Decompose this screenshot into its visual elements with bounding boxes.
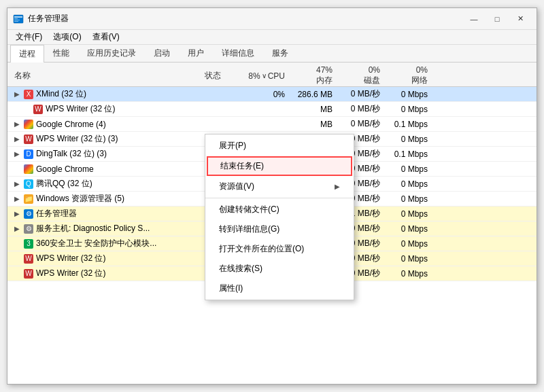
process-cpu — [241, 123, 289, 126]
process-disk: 0 MB/秒 — [337, 87, 384, 101]
content-area: 名称 状态 8% ∨ CPU 47%内存 0%磁盘 0%网络 ▶ — [7, 63, 537, 384]
title-bar: 任务管理器 — □ ✕ — [7, 8, 537, 30]
process-disk: 0 MB/秒 — [337, 117, 384, 131]
ctx-resource[interactable]: 资源值(V) ▶ — [205, 177, 354, 196]
tab-performance[interactable]: 性能 — [44, 44, 78, 62]
process-net: 0 Mbps — [384, 178, 432, 190]
col-cpu[interactable]: 8% ∨ CPU — [241, 69, 289, 84]
process-icon: Q — [24, 179, 33, 189]
process-cpu: 0% — [241, 88, 289, 101]
close-button[interactable]: ✕ — [509, 12, 531, 26]
process-icon: W — [24, 254, 33, 264]
process-status — [201, 93, 241, 96]
process-icon: X — [24, 90, 33, 99]
process-icon: W — [24, 269, 33, 279]
menu-bar: 文件(F) 选项(O) 查看(V) — [7, 30, 537, 45]
ctx-end-task[interactable]: 结束任务(E) — [207, 156, 352, 176]
maximize-button[interactable]: □ — [486, 12, 508, 26]
tab-users[interactable]: 用户 — [179, 44, 213, 62]
process-name: ▶ 3 360安全卫士 安全防护中心模块... — [10, 236, 201, 251]
process-name: ▶ Q 腾讯QQ (32 位) — [10, 177, 201, 191]
ctx-search-online[interactable]: 在线搜索(S) — [205, 259, 354, 279]
expand-icon[interactable]: ▶ — [14, 195, 24, 202]
process-name: ▶ X XMind (32 位) — [10, 87, 201, 101]
process-name: ▶ W WPS Writer (32 位) (3) — [10, 132, 201, 146]
process-name: ▶ W WPS Writer (32 位) — [10, 102, 201, 116]
process-name: ▶ Google Chrome — [10, 163, 201, 175]
tab-processes[interactable]: 进程 — [10, 45, 44, 63]
menu-view[interactable]: 查看(V) — [87, 30, 125, 44]
process-icon: ⚙ — [24, 224, 33, 234]
process-icon — [24, 120, 33, 129]
process-name: ▶ W WPS Writer (32 位) — [10, 266, 201, 281]
ctx-expand[interactable]: 展开(P) — [205, 136, 354, 156]
ctx-details[interactable]: 转到详细信息(G) — [205, 219, 354, 239]
process-net: 0 Mbps — [384, 88, 432, 101]
expand-icon[interactable]: ▶ — [14, 225, 24, 232]
process-name: ▶ W WPS Writer (32 位) — [10, 251, 201, 266]
expand-icon[interactable]: ▶ — [14, 150, 24, 158]
process-disk: 0 MB/秒 — [337, 102, 384, 116]
minimize-button[interactable]: — — [463, 12, 485, 26]
expand-icon[interactable]: ▶ — [14, 120, 24, 128]
col-mem[interactable]: 47%内存 — [289, 63, 337, 89]
process-mem: 286.6 MB — [289, 88, 337, 101]
process-status — [201, 123, 241, 126]
table-row[interactable]: ▶ Google Chrome (4) MB 0 MB/秒 0.1 Mbps — [7, 117, 537, 132]
process-icon: ⚙ — [24, 209, 33, 219]
process-status — [201, 108, 241, 111]
process-name: ▶ 📁 Windows 资源管理器 (5) — [10, 192, 201, 206]
process-mem: MB — [289, 103, 337, 115]
table-header: 名称 状态 8% ∨ CPU 47%内存 0%磁盘 0%网络 — [7, 63, 537, 87]
process-net: 0 Mbps — [384, 193, 432, 205]
tab-startup[interactable]: 启动 — [145, 44, 179, 62]
window-title: 任务管理器 — [28, 13, 463, 24]
col-name[interactable]: 名称 — [10, 67, 201, 84]
expand-icon[interactable]: ▶ — [14, 210, 24, 217]
col-disk[interactable]: 0%磁盘 — [337, 63, 384, 89]
process-name: ▶ ⚙ 服务主机: Diagnostic Policy S... — [10, 221, 201, 236]
process-icon: D — [24, 149, 33, 159]
process-name: ▶ ⚙ 任务管理器 — [10, 207, 201, 221]
process-icon: 3 — [24, 239, 33, 249]
svg-rect-1 — [14, 16, 22, 18]
window-controls: — □ ✕ — [463, 12, 531, 26]
task-manager-window: 任务管理器 — □ ✕ 文件(F) 选项(O) 查看(V) 进程 性能 应用历史… — [7, 7, 537, 385]
process-cpu — [241, 108, 289, 111]
process-icon — [24, 164, 33, 174]
process-icon: W — [24, 135, 33, 144]
table-row[interactable]: ▶ W WPS Writer (32 位) MB 0 MB/秒 0 Mbps — [7, 102, 537, 117]
tab-details[interactable]: 详细信息 — [213, 44, 263, 62]
ctx-open-location[interactable]: 打开文件所在的位置(O) — [205, 239, 354, 259]
process-net: 0.1 Mbps — [384, 118, 432, 130]
expand-icon[interactable]: ▶ — [14, 135, 24, 143]
ctx-properties[interactable]: 属性(I) — [205, 279, 354, 298]
process-net: 0.1 Mbps — [384, 148, 432, 160]
process-net: 0 Mbps — [384, 103, 432, 115]
sort-arrow: ∨ — [262, 72, 267, 79]
col-net[interactable]: 0%网络 — [384, 63, 432, 89]
tab-services[interactable]: 服务 — [263, 44, 297, 62]
process-icon: 📁 — [24, 194, 33, 204]
menu-file[interactable]: 文件(F) — [10, 30, 48, 44]
tab-app-history[interactable]: 应用历史记录 — [78, 44, 145, 62]
context-menu: 展开(P) 结束任务(E) 资源值(V) ▶ 创建转储文件(C) 转到详细信息(… — [205, 134, 354, 300]
expand-icon[interactable]: ▶ — [14, 90, 24, 98]
table-row[interactable]: ▶ X XMind (32 位) 0% 286.6 MB 0 MB/秒 0 Mb… — [7, 87, 537, 102]
process-mem: MB — [289, 118, 337, 130]
process-net: 0 Mbps — [384, 268, 432, 280]
process-net: 0 Mbps — [384, 238, 432, 250]
tab-bar: 进程 性能 应用历史记录 启动 用户 详细信息 服务 — [7, 45, 537, 63]
process-net: 0 Mbps — [384, 253, 432, 265]
process-net: 0 Mbps — [384, 223, 432, 235]
process-net: 0 Mbps — [384, 163, 432, 175]
expand-icon[interactable]: ▶ — [14, 180, 24, 188]
submenu-arrow: ▶ — [335, 183, 340, 190]
col-status[interactable]: 状态 — [201, 67, 241, 84]
svg-rect-3 — [14, 20, 20, 20]
menu-options[interactable]: 选项(O) — [48, 30, 86, 44]
app-icon — [13, 14, 24, 24]
process-name: ▶ Google Chrome (4) — [10, 118, 201, 130]
ctx-dump[interactable]: 创建转储文件(C) — [205, 200, 354, 219]
process-net: 0 Mbps — [384, 208, 432, 220]
